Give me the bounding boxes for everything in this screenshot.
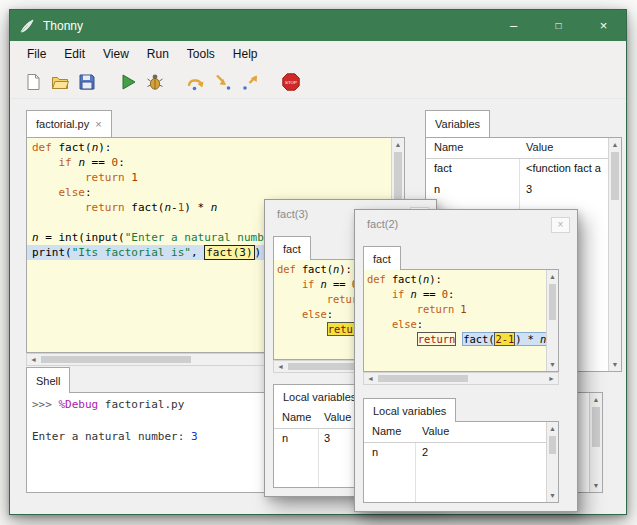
scroll-left-icon[interactable]: ◄ (274, 361, 287, 372)
scroll-up-icon[interactable]: ▲ (547, 422, 558, 435)
scroll-down-icon[interactable]: ▼ (547, 489, 558, 502)
close-icon: × (600, 18, 608, 33)
menubar: File Edit View Run Tools Help (10, 41, 626, 66)
step-out-icon (240, 72, 260, 92)
scrollbar-thumb[interactable] (549, 436, 556, 454)
table-row[interactable]: fact<function fact a (426, 159, 608, 180)
code-line: return 1 (27, 170, 391, 185)
tab-factorial-py[interactable]: factorial.py × (26, 110, 112, 137)
stop-button[interactable]: STOP (278, 70, 303, 95)
frame-titlebar[interactable]: fact(2) × (355, 210, 577, 240)
frame-title: fact(2) (367, 218, 398, 230)
step-into-button[interactable] (210, 70, 235, 95)
code-line: return fact(2-1) * n (364, 332, 546, 347)
maximize-button[interactable]: □ (536, 10, 581, 41)
scroll-up-icon[interactable]: ▲ (392, 138, 404, 151)
column-header-value[interactable]: Value (324, 411, 351, 423)
scrollbar-thumb[interactable] (549, 284, 556, 320)
scroll-left-icon[interactable]: ◄ (27, 354, 40, 365)
column-header-name[interactable]: Name (434, 141, 463, 153)
menu-run[interactable]: Run (138, 44, 178, 64)
scroll-down-icon[interactable]: ▼ (609, 358, 621, 371)
code-line: else: (27, 185, 391, 200)
variable-name: n (282, 432, 288, 444)
frame-code-area[interactable]: def fact(n): if n == 0: return 1 else: r… (363, 269, 559, 372)
run-script-button[interactable] (115, 70, 140, 95)
save-floppy-icon (77, 72, 97, 92)
new-file-button[interactable] (20, 70, 45, 95)
menu-view[interactable]: View (94, 44, 138, 64)
scrollbar-thumb[interactable] (378, 375, 468, 382)
titlebar[interactable]: Thonny – □ × (10, 10, 626, 41)
step-out-button[interactable] (237, 70, 262, 95)
close-icon: × (558, 219, 564, 230)
tab-label: Variables (435, 118, 480, 130)
tab-shell[interactable]: Shell (26, 367, 70, 393)
code-line: if n == 0: (364, 287, 546, 302)
tab-label: Shell (36, 375, 60, 387)
close-button[interactable]: × (581, 10, 626, 41)
column-header-value[interactable]: Value (526, 141, 553, 153)
window-controls: – □ × (491, 10, 626, 41)
tab-fact[interactable]: fact (363, 246, 401, 270)
minimize-button[interactable]: – (491, 10, 536, 41)
stack-frame-window-fact2: fact(2) × fact def fact(n): if n == 0: r… (354, 209, 578, 512)
frame-close-button[interactable]: × (551, 217, 570, 233)
debug-script-button[interactable] (142, 70, 167, 95)
code-line: if n == 0: (27, 155, 391, 170)
variable-value: 2 (422, 446, 428, 458)
step-over-icon (186, 72, 206, 92)
local-variables-label: Local variables (283, 391, 356, 403)
local-variables-vscrollbar[interactable]: ▲ ▼ (546, 422, 558, 502)
frame-title: fact(3) (277, 208, 308, 220)
window-title: Thonny (43, 19, 83, 33)
stop-label: STOP (285, 80, 297, 85)
step-over-button[interactable] (183, 70, 208, 95)
local-variables-label: Local variables (373, 405, 446, 417)
local-variables-header: Local variables (273, 384, 366, 408)
tab-variables[interactable]: Variables (425, 110, 490, 137)
shell-vscrollbar[interactable]: ▲ ▼ (589, 393, 602, 492)
scrollbar-thumb[interactable] (592, 407, 600, 447)
local-variables-table: Name Value n2 ▲ ▼ (363, 421, 559, 503)
menu-tools[interactable]: Tools (178, 44, 224, 64)
scroll-up-icon[interactable]: ▲ (547, 270, 558, 283)
frame-code-vscrollbar[interactable]: ▲ ▼ (546, 270, 558, 371)
open-folder-icon (50, 72, 70, 92)
tab-close-icon[interactable]: × (95, 118, 101, 130)
tab-fact[interactable]: fact (273, 236, 311, 260)
frame-code-lines: def fact(n): if n == 0: return 1 else: r… (364, 272, 546, 347)
code-line: def fact(n): (27, 140, 391, 155)
tab-label: fact (373, 253, 391, 265)
code-line: def fact(n): (364, 272, 546, 287)
variables-vscrollbar[interactable]: ▲ ▼ (608, 138, 621, 371)
screenshot-stage: Thonny – □ × File Edit View Run Tools He… (0, 0, 637, 525)
scroll-up-icon[interactable]: ▲ (590, 393, 602, 406)
scroll-down-icon[interactable]: ▼ (547, 358, 558, 371)
open-file-button[interactable] (47, 70, 72, 95)
frame-hscrollbar[interactable]: ◄ ► (363, 372, 559, 385)
menu-edit[interactable]: Edit (55, 44, 94, 64)
scroll-up-icon[interactable]: ▲ (609, 138, 621, 151)
column-header-value[interactable]: Value (422, 425, 449, 437)
variable-name: fact (434, 162, 452, 174)
scroll-right-icon[interactable]: ► (545, 373, 558, 384)
save-file-button[interactable] (74, 70, 99, 95)
scrollbar-thumb[interactable] (611, 152, 619, 200)
variable-value: 3 (324, 432, 330, 444)
menu-file[interactable]: File (18, 44, 55, 64)
table-body: n2 (364, 443, 546, 502)
table-header: Name Value (426, 138, 621, 159)
toolbar: STOP (10, 66, 626, 99)
menu-help[interactable]: Help (224, 44, 267, 64)
table-row[interactable]: n3 (426, 180, 608, 201)
table-header: Name Value (364, 422, 558, 443)
column-header-name[interactable]: Name (282, 411, 311, 423)
scroll-left-icon[interactable]: ◄ (364, 373, 377, 384)
scroll-down-icon[interactable]: ▼ (590, 479, 602, 492)
tab-label: factorial.py (36, 118, 89, 130)
column-header-name[interactable]: Name (372, 425, 401, 437)
scrollbar-thumb[interactable] (41, 356, 191, 363)
table-row[interactable]: n2 (364, 443, 546, 464)
variable-name: n (372, 446, 378, 458)
